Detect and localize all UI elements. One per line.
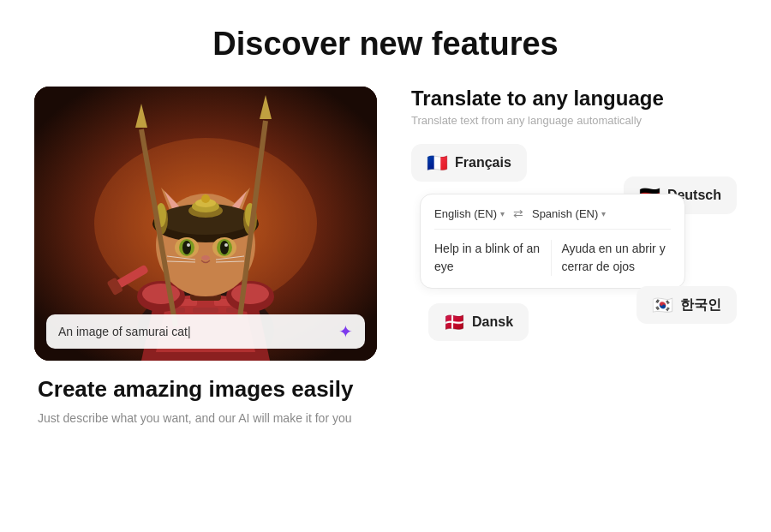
translate-feature-title: Translate to any language [411, 87, 737, 111]
target-lang-chevron-icon: ▾ [601, 209, 606, 218]
source-text-column: Help in a blink of an eye [434, 240, 552, 276]
target-translation-text: Ayuda en un abrir y cerrar de ojos [562, 240, 668, 276]
image-prompt-bar: An image of samurai cat| ✦ [46, 314, 365, 349]
svg-rect-6 [193, 308, 218, 313]
source-lang-label: English (EN) [434, 207, 497, 220]
target-language-selector[interactable]: Spanish (EN) ▾ [532, 207, 606, 220]
image-feature-subtitle: Just describe what you want, and our AI … [38, 409, 374, 427]
translation-box-header: English (EN) ▾ ⇄ Spanish (EN) ▾ [434, 206, 671, 230]
left-caption: Create amazing images easily Just descri… [34, 376, 377, 427]
svg-point-24 [201, 194, 210, 203]
svg-point-34 [220, 241, 229, 254]
page-title: Discover new features [34, 26, 737, 63]
source-lang-chevron-icon: ▾ [500, 209, 505, 218]
image-prompt-text: An image of samurai cat| [58, 325, 191, 338]
svg-point-36 [224, 243, 228, 247]
image-feature-title: Create amazing images easily [38, 376, 374, 403]
language-pill-francais[interactable]: 🇫🇷 Français [411, 144, 527, 182]
page-wrapper: Discover new features [0, 0, 771, 445]
content-row: An image of samurai cat| ✦ Create amazin… [34, 87, 737, 427]
sparkle-icon[interactable]: ✦ [338, 323, 353, 340]
image-card: An image of samurai cat| ✦ [34, 87, 377, 361]
francais-label: Français [455, 155, 511, 170]
language-pill-dansk[interactable]: 🇩🇰 Dansk [428, 303, 529, 341]
language-pill-korean[interactable]: 🇰🇷 한국인 [637, 286, 737, 324]
svg-point-35 [187, 243, 190, 247]
right-column: Translate to any language Translate text… [411, 87, 737, 341]
french-flag-icon: 🇫🇷 [427, 152, 448, 173]
svg-point-33 [182, 241, 191, 254]
svg-point-10 [142, 284, 180, 304]
target-lang-label: Spanish (EN) [532, 207, 598, 220]
source-language-selector[interactable]: English (EN) ▾ [434, 207, 505, 220]
translation-box: English (EN) ▾ ⇄ Spanish (EN) ▾ Help in … [420, 194, 685, 289]
left-column: An image of samurai cat| ✦ Create amazin… [34, 87, 377, 427]
language-float-area: 🇫🇷 Français 🇩🇪 Deutsch English (EN) ▾ [411, 144, 737, 341]
svg-point-37 [201, 255, 210, 260]
korean-flag-icon: 🇰🇷 [652, 295, 673, 315]
danish-flag-icon: 🇩🇰 [444, 312, 465, 332]
translate-feature-subtitle: Translate text from any language automat… [411, 114, 737, 127]
dansk-label: Dansk [472, 314, 513, 330]
translation-columns: Help in a blink of an eye Ayuda en un ab… [434, 240, 671, 276]
swap-languages-icon[interactable]: ⇄ [513, 206, 523, 220]
svg-point-11 [231, 284, 269, 304]
korean-label: 한국인 [680, 296, 721, 314]
target-text-column: Ayuda en un abrir y cerrar de ojos [552, 240, 672, 276]
source-translation-text: Help in a blink of an eye [434, 240, 541, 276]
